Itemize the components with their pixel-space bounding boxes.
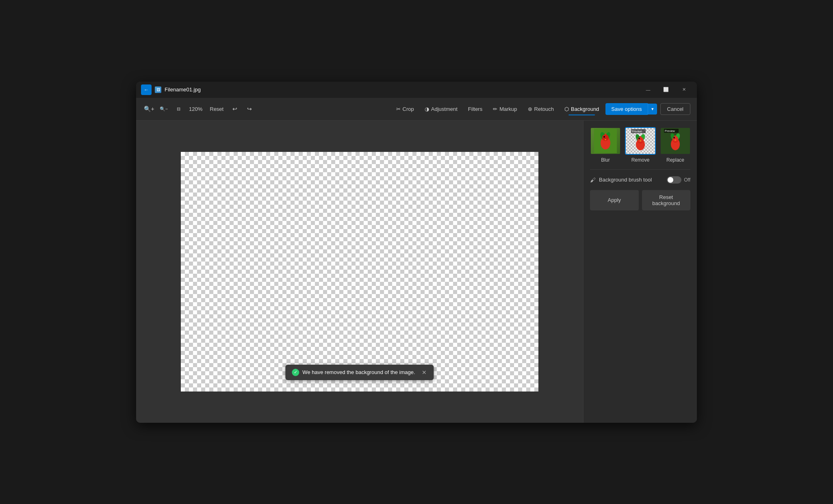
filters-nav-label: Filters xyxy=(468,106,482,112)
window-controls: — ⬜ ✕ xyxy=(640,84,692,96)
toggle-group: Off xyxy=(667,176,690,184)
apply-button[interactable]: Apply xyxy=(590,190,639,210)
adjustment-icon: ◑ xyxy=(425,106,429,112)
background-icon: ⬡ xyxy=(564,106,569,112)
toolbar-left: 🔍+ 🔍− ⊟ 120% Reset ↩ ↪ xyxy=(143,102,390,115)
toolbar-right: Save options ▾ Cancel xyxy=(605,103,690,115)
blur-option[interactable]: Blur xyxy=(590,127,621,163)
svg-point-52 xyxy=(638,138,640,139)
app-window: ← 🖼 Filename01.jpg — ⬜ ✕ 🔍+ 🔍− ⊟ 120% Re… xyxy=(136,82,697,423)
crop-nav-button[interactable]: ✂ Crop xyxy=(391,104,419,115)
app-icon: 🖼 xyxy=(155,87,161,93)
toolbar: 🔍+ 🔍− ⊟ 120% Reset ↩ ↪ ✂ Crop ◑ Adjustme… xyxy=(136,98,697,121)
crop-nav-label: Crop xyxy=(403,106,414,112)
window-title: Filename01.jpg xyxy=(165,87,201,93)
blur-label: Blur xyxy=(601,157,610,163)
checkerboard-background xyxy=(181,152,538,392)
background-options: Blur Preview xyxy=(590,127,690,163)
replace-thumb-inner: Preview xyxy=(661,128,690,154)
brush-tool-row: 🖌 Background brush tool Off xyxy=(590,176,690,184)
panel-divider-1 xyxy=(590,169,690,170)
brush-icon: 🖌 xyxy=(590,177,596,183)
crop-icon: ✂ xyxy=(396,106,401,112)
reset-background-button[interactable]: Reset background xyxy=(642,190,691,210)
remove-thumbnail: Preview xyxy=(625,127,656,155)
title-bar-left: ← 🖼 Filename01.jpg xyxy=(141,84,640,95)
undo-button[interactable]: ↩ xyxy=(228,102,241,115)
svg-point-60 xyxy=(672,136,678,142)
main-content: ✓ We have removed the background of the … xyxy=(136,121,697,423)
toast-check-icon: ✓ xyxy=(292,369,299,376)
retouch-nav-button[interactable]: ⊛ Retouch xyxy=(523,104,559,115)
remove-label: Remove xyxy=(631,157,650,163)
action-buttons: Apply Reset background xyxy=(590,190,690,210)
right-panel: Blur Preview xyxy=(583,121,697,423)
filters-nav-button[interactable]: Filters xyxy=(463,104,487,115)
save-options-button[interactable]: Save options xyxy=(605,103,647,115)
replace-option[interactable]: Preview Replace xyxy=(660,127,691,163)
background-nav-label: Background xyxy=(571,106,599,112)
close-button[interactable]: ✕ xyxy=(676,84,692,96)
zoom-out-button[interactable]: 🔍− xyxy=(157,102,170,115)
svg-text:Preview: Preview xyxy=(665,130,675,132)
fit-button[interactable]: ⊟ xyxy=(172,102,185,115)
background-nav-button[interactable]: ⬡ Background xyxy=(560,104,604,115)
retouch-nav-label: Retouch xyxy=(534,106,554,112)
back-button[interactable]: ← xyxy=(141,84,152,95)
redo-button[interactable]: ↪ xyxy=(243,102,256,115)
svg-text:Preview: Preview xyxy=(632,130,642,133)
zoom-in-button[interactable]: 🔍+ xyxy=(143,102,156,115)
toast-close-button[interactable]: ✕ xyxy=(421,369,427,376)
save-button-group: Save options ▾ xyxy=(605,103,657,115)
zoom-level: 120% xyxy=(187,106,205,112)
brush-tool-label: Background brush tool xyxy=(599,177,664,183)
minimize-button[interactable]: — xyxy=(640,84,656,96)
markup-nav-label: Markup xyxy=(499,106,517,112)
cancel-button[interactable]: Cancel xyxy=(660,103,690,115)
image-container: ✓ We have removed the background of the … xyxy=(181,152,538,392)
svg-point-44 xyxy=(603,136,605,138)
remove-thumb-inner: Preview xyxy=(626,128,655,154)
toggle-state-label: Off xyxy=(684,177,690,183)
adjustment-nav-button[interactable]: ◑ Adjustment xyxy=(420,104,462,115)
toolbar-center: ✂ Crop ◑ Adjustment Filters ✏ Markup ⊛ R… xyxy=(391,104,604,115)
title-bar: ← 🖼 Filename01.jpg — ⬜ ✕ xyxy=(136,82,697,98)
replace-label: Replace xyxy=(666,157,684,163)
svg-point-51 xyxy=(638,137,643,143)
markup-icon: ✏ xyxy=(493,106,497,112)
remove-option[interactable]: Preview Remove xyxy=(625,127,656,163)
reset-button[interactable]: Reset xyxy=(206,104,227,114)
brush-toggle[interactable] xyxy=(667,176,681,184)
blur-thumb-inner xyxy=(591,128,620,154)
toast-notification: ✓ We have removed the background of the … xyxy=(285,365,434,380)
blur-thumbnail xyxy=(590,127,621,155)
toast-message: We have removed the background of the im… xyxy=(302,369,415,375)
retouch-icon: ⊛ xyxy=(528,106,532,112)
maximize-button[interactable]: ⬜ xyxy=(658,84,674,96)
canvas-area: ✓ We have removed the background of the … xyxy=(136,121,583,423)
adjustment-nav-label: Adjustment xyxy=(431,106,458,112)
replace-thumbnail: Preview xyxy=(660,127,691,155)
markup-nav-button[interactable]: ✏ Markup xyxy=(488,104,522,115)
svg-point-61 xyxy=(673,137,675,138)
save-dropdown-button[interactable]: ▾ xyxy=(648,104,657,115)
